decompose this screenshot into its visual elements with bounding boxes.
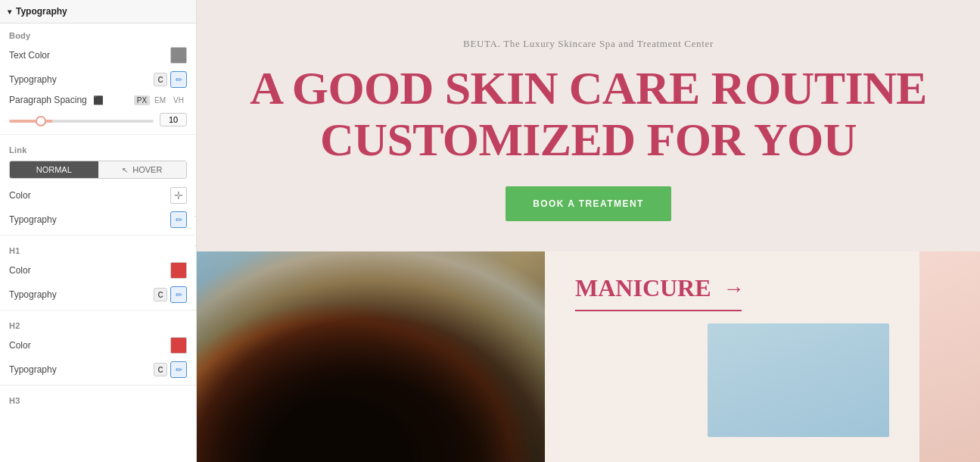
h1-section-label: H1 [0, 239, 196, 258]
h1-color-swatch[interactable] [170, 262, 187, 279]
cursor-icon: ↖ [122, 166, 128, 174]
link-color-swatch[interactable]: ✛ [170, 187, 187, 204]
right-edge-image [919, 251, 980, 462]
h2-color-row: Color [0, 333, 196, 357]
link-section: Link NORMAL ↖ HOVER [0, 138, 196, 183]
typography-edit-button[interactable]: ✏ [170, 71, 187, 88]
h1-color-row: Color [0, 258, 196, 283]
hero-subtitle: BEUTA. The Luxury Skincare Spa and Treat… [463, 38, 714, 50]
h1-color-label: Color [9, 265, 170, 276]
link-typography-row: Typography ✏ [0, 208, 196, 232]
link-color-row: Color ✛ [0, 183, 196, 208]
paragraph-spacing-section: Paragraph Spacing ⬛ PX EM VH [0, 92, 196, 111]
paragraph-spacing-slider[interactable] [9, 120, 154, 123]
h1-typography-edit-button[interactable]: ✏ [170, 286, 187, 303]
paragraph-spacing-label-row: Paragraph Spacing ⬛ PX EM VH [9, 95, 187, 105]
bottom-section: MANICURE → [197, 251, 980, 462]
cta-button[interactable]: BOOK A TREATMENT [506, 186, 671, 221]
model-image [197, 251, 545, 462]
unit-vh[interactable]: VH [170, 95, 187, 105]
body-typography-label: Typography [9, 74, 154, 85]
h1-typography-c-button[interactable]: C [154, 288, 167, 301]
paragraph-spacing-slider-container[interactable] [9, 114, 154, 125]
h2-typography-edit-button[interactable]: ✏ [170, 361, 187, 378]
link-tabs: NORMAL ↖ HOVER [9, 161, 187, 179]
hero-title-line1: A GOOD SKIN CARE ROUTINE [250, 62, 927, 114]
hero-title: A GOOD SKIN CARE ROUTINE CUSTOMIZED FOR … [250, 62, 927, 165]
panel-title: Typography [16, 6, 67, 17]
text-color-swatch[interactable] [170, 47, 187, 64]
link-typography-edit-button[interactable]: ✏ [170, 211, 187, 228]
link-tab-hover[interactable]: ↖ HOVER [98, 161, 187, 178]
link-typography-label: Typography [9, 214, 170, 225]
link-color-label: Color [9, 190, 170, 201]
paragraph-spacing-input[interactable] [160, 113, 187, 126]
text-color-label: Text Color [9, 50, 170, 61]
panel-header[interactable]: ▾ Typography [0, 0, 196, 23]
divider-1 [0, 134, 196, 135]
h1-typography-row: Typography C ✏ [0, 283, 196, 307]
link-tab-normal-label: NORMAL [36, 165, 72, 174]
hero-section: BEUTA. The Luxury Skincare Spa and Treat… [197, 0, 980, 251]
h2-section-label: H2 [0, 314, 196, 333]
body-typography-controls: C ✏ [154, 71, 187, 88]
manicure-underline [575, 310, 742, 311]
h1-typography-label: Typography [9, 289, 154, 300]
h2-typography-c-button[interactable]: C [154, 363, 167, 376]
link-tab-normal[interactable]: NORMAL [10, 161, 98, 178]
body-typography-row: Typography C ✏ [0, 67, 196, 92]
typography-c-button[interactable]: C [154, 73, 167, 86]
divider-4 [0, 385, 196, 386]
paragraph-spacing-icon: ⬛ [93, 95, 104, 105]
h2-color-label: Color [9, 340, 170, 351]
text-color-row: Text Color [0, 43, 196, 67]
body-section-label: Body [0, 23, 196, 43]
divider-3 [0, 310, 196, 311]
h1-typography-controls: C ✏ [154, 286, 187, 303]
h2-typography-row: Typography C ✏ [0, 357, 196, 382]
unit-tabs: PX EM VH [134, 95, 187, 105]
collapse-arrow-icon: ▾ [8, 8, 11, 16]
h2-typography-label: Typography [9, 364, 154, 375]
h2-typography-controls: C ✏ [154, 361, 187, 378]
manicure-arrow-icon: → [723, 276, 745, 301]
manicure-image-placeholder [708, 323, 889, 437]
link-typography-controls: ✏ [170, 211, 187, 228]
unit-px[interactable]: PX [134, 95, 150, 105]
manicure-title-text: MANICURE [575, 274, 711, 302]
unit-em[interactable]: EM [151, 95, 169, 105]
divider-2 [0, 235, 196, 236]
manicure-section: MANICURE → [545, 251, 919, 462]
typography-panel: ▾ Typography Body Text Color Typography … [0, 0, 197, 462]
hero-title-line2: CUSTOMIZED FOR YOU [320, 114, 857, 165]
main-content: BEUTA. The Luxury Skincare Spa and Treat… [197, 0, 980, 462]
link-section-label: Link [9, 142, 187, 158]
slider-row [0, 111, 196, 131]
manicure-title: MANICURE → [575, 274, 889, 302]
h3-section-label: H3 [0, 389, 196, 408]
paragraph-spacing-label: Paragraph Spacing [9, 95, 87, 105]
link-tab-hover-label: HOVER [132, 165, 162, 174]
h2-color-swatch[interactable] [170, 337, 187, 354]
